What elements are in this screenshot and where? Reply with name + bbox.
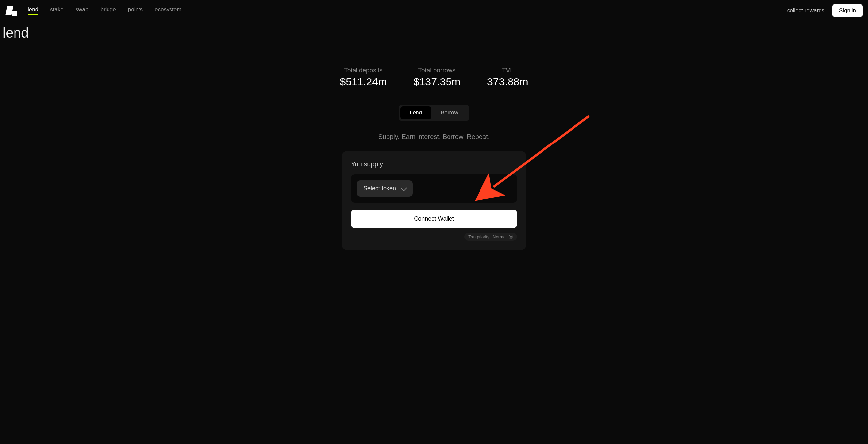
tagline: Supply. Earn interest. Borrow. Repeat. — [378, 133, 490, 141]
main-content: Total deposits $511.24m Total borrows $1… — [0, 47, 868, 250]
stat-value: $511.24m — [340, 76, 386, 88]
supply-card: You supply Select token Connect Wallet T… — [342, 151, 526, 250]
nav-item-swap[interactable]: swap — [75, 6, 89, 15]
select-token-button[interactable]: Select token — [357, 180, 412, 197]
sign-in-button[interactable]: Sign in — [832, 4, 863, 17]
txn-priority-row: Txn priority: Normal — [351, 233, 517, 241]
stat-value: $137.35m — [413, 76, 460, 88]
tab-lend[interactable]: Lend — [400, 106, 431, 119]
stat-tvl: TVL 373.88m — [474, 67, 541, 88]
header-right: collect rewards Sign in — [787, 4, 863, 17]
txn-priority-label: Txn priority: — [468, 234, 491, 239]
nav-item-ecosystem[interactable]: ecosystem — [155, 6, 181, 15]
stat-label: TVL — [487, 67, 528, 74]
header: lend stake swap bridge points ecosystem … — [0, 0, 868, 21]
stat-total-borrows: Total borrows $137.35m — [400, 67, 474, 88]
logo-icon[interactable] — [5, 5, 17, 17]
tab-borrow[interactable]: Borrow — [431, 106, 468, 119]
select-token-label: Select token — [364, 185, 396, 192]
txn-priority-value: Normal — [493, 234, 506, 239]
nav-item-points[interactable]: points — [128, 6, 143, 15]
stats-row: Total deposits $511.24m Total borrows $1… — [327, 67, 541, 88]
stat-label: Total borrows — [413, 67, 460, 74]
lend-borrow-tabs: Lend Borrow — [399, 105, 469, 121]
supply-label: You supply — [351, 160, 517, 168]
nav-item-stake[interactable]: stake — [50, 6, 64, 15]
txn-priority-button[interactable]: Txn priority: Normal — [464, 233, 517, 241]
gear-icon — [508, 235, 513, 239]
page-title: lend — [0, 21, 868, 47]
token-input-area[interactable]: Select token — [351, 175, 517, 203]
nav-item-lend[interactable]: lend — [28, 6, 38, 15]
stat-label: Total deposits — [340, 67, 386, 74]
stat-total-deposits: Total deposits $511.24m — [327, 67, 400, 88]
nav-item-bridge[interactable]: bridge — [100, 6, 116, 15]
collect-rewards-link[interactable]: collect rewards — [787, 7, 825, 14]
chevron-down-icon — [400, 185, 407, 191]
stat-value: 373.88m — [487, 76, 528, 88]
connect-wallet-button[interactable]: Connect Wallet — [351, 210, 517, 228]
main-nav: lend stake swap bridge points ecosystem — [28, 6, 787, 15]
